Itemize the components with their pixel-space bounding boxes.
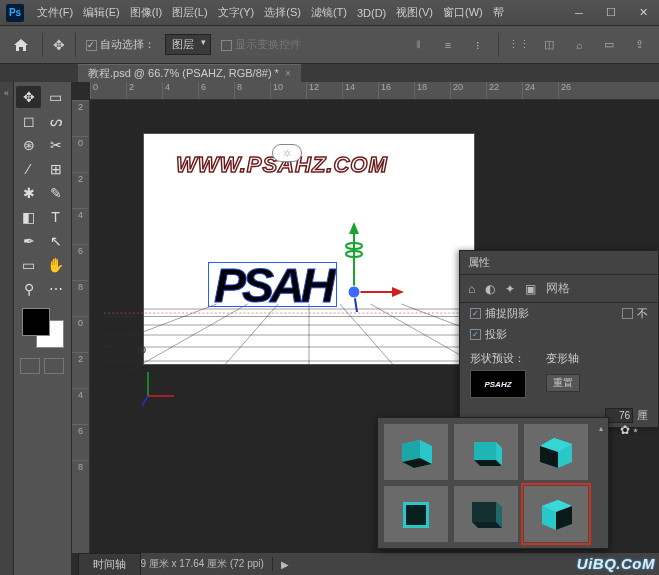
divider <box>75 33 76 57</box>
eyedropper-tool[interactable]: ⁄ <box>16 158 41 180</box>
zoom-tool[interactable]: ⚲ <box>16 278 41 300</box>
svg-line-9 <box>340 304 402 374</box>
screenmode-1[interactable] <box>20 358 40 374</box>
menu-select[interactable]: 选择(S) <box>259 5 306 20</box>
value-field-76[interactable] <box>605 408 633 423</box>
move-tool[interactable]: ✥ <box>16 86 41 108</box>
more-tool[interactable]: ⋯ <box>43 278 68 300</box>
menu-type[interactable]: 文字(Y) <box>213 5 260 20</box>
ruler-vertical[interactable]: 20246802468 <box>72 100 90 553</box>
prop-icon-light[interactable]: ◐ <box>485 282 495 296</box>
preset-cube-4[interactable] <box>384 486 448 542</box>
menu-image[interactable]: 图像(I) <box>125 5 167 20</box>
document-canvas[interactable]: WWW.PSAHZ.COM <box>144 134 474 364</box>
search-icon[interactable]: ⌕ <box>569 35 589 55</box>
home-button[interactable] <box>10 34 32 56</box>
catch-shadow-label: 捕捉阴影 <box>485 306 529 321</box>
prop-mesh-label: 网格 <box>546 280 570 297</box>
screenmode-2[interactable] <box>44 358 64 374</box>
preset-cube-5[interactable] <box>454 486 518 542</box>
menu-view[interactable]: 视图(V) <box>391 5 438 20</box>
preset-cube-6-selected[interactable] <box>524 486 588 542</box>
secondary-view-origin[interactable]: ⊕ <box>136 342 147 357</box>
menu-help[interactable]: 帮 <box>488 5 509 20</box>
scrollbar[interactable]: ▴ <box>596 424 606 542</box>
align-mid-icon[interactable]: ≡ <box>438 35 458 55</box>
move-tool-icon: ✥ <box>53 37 65 53</box>
options-bar: ✥ 自动选择： 图层 显示变换控件 ⫴ ≡ ⫶ ⋮⋮ ◫ ⌕ ▭ ⇪ <box>0 26 659 64</box>
reset-button[interactable]: 重置 <box>546 374 580 392</box>
fg-color[interactable] <box>22 308 50 336</box>
marquee-tool[interactable]: ◻ <box>16 110 41 132</box>
preset-cube-3[interactable] <box>524 424 588 480</box>
value-unit: 厘 <box>637 408 648 423</box>
close-button[interactable]: ✕ <box>633 5 653 21</box>
autoselect-target[interactable]: 图层 <box>165 34 211 55</box>
app-icon: Ps <box>6 4 24 22</box>
preset-cube-1[interactable] <box>384 424 448 480</box>
3dmode-icon[interactable]: ◫ <box>539 35 559 55</box>
svg-marker-37 <box>472 502 496 522</box>
divider <box>498 33 499 57</box>
distribute-icon[interactable]: ⋮⋮ <box>509 35 529 55</box>
prop-icon-home[interactable]: ⌂ <box>468 282 475 296</box>
document-tab[interactable]: 教程.psd @ 66.7% (PSAHZ, RGB/8#) * × <box>78 64 301 82</box>
svg-line-7 <box>217 304 279 374</box>
preset-cube-2[interactable] <box>454 424 518 480</box>
svg-marker-29 <box>474 442 496 460</box>
close-tab-icon[interactable]: × <box>285 68 291 79</box>
artboard-tool[interactable]: ▭ <box>43 86 68 108</box>
workspace-icon[interactable]: ▭ <box>599 35 619 55</box>
minimize-button[interactable]: ─ <box>569 5 589 21</box>
align-bot-icon[interactable]: ⫶ <box>468 35 488 55</box>
show-transform-check[interactable]: 显示变换控件 <box>221 37 301 52</box>
3d-axis-widget[interactable] <box>324 222 404 314</box>
tab-timeline[interactable]: 时间轴 <box>78 553 141 575</box>
maximize-button[interactable]: ☐ <box>601 5 621 21</box>
svg-rect-35 <box>406 505 426 525</box>
view-indicator[interactable]: ✲ <box>272 144 302 162</box>
shape-tool[interactable]: ▭ <box>16 254 41 276</box>
prop-icon-cube[interactable]: ▣ <box>525 282 536 296</box>
divider <box>42 33 43 57</box>
brush-tool[interactable]: ✎ <box>43 182 68 204</box>
prop-icon-fx[interactable]: ✦ <box>505 282 515 296</box>
timeline-bar: 时间轴 <box>0 553 659 575</box>
menu-edit[interactable]: 编辑(E) <box>78 5 125 20</box>
document-tab-row: 教程.psd @ 66.7% (PSAHZ, RGB/8#) * × <box>0 64 659 82</box>
align-top-icon[interactable]: ⫴ <box>408 35 428 55</box>
quickselect-tool[interactable]: ⊛ <box>16 134 41 156</box>
site-watermark: UiBQ.CoM <box>577 555 655 572</box>
menu-3d[interactable]: 3D(D) <box>352 7 391 19</box>
gear-icon[interactable]: ✿﹡ <box>620 422 642 439</box>
left-strip: « <box>0 82 14 575</box>
bu-label: 不 <box>637 306 648 321</box>
shape-preset-thumb[interactable]: PSAHZ <box>470 370 526 398</box>
menu-window[interactable]: 窗口(W) <box>438 5 488 20</box>
bucket-tool[interactable]: ◧ <box>16 206 41 228</box>
bu-check[interactable]: ✓ <box>622 308 633 319</box>
lasso-tool[interactable]: ᔕ <box>43 110 68 132</box>
type-tool[interactable]: T <box>43 206 68 228</box>
menu-layer[interactable]: 图层(L) <box>167 5 212 20</box>
ruler-horizontal[interactable]: 02468101214161820222426 <box>90 82 659 100</box>
collapse-strip-icon[interactable]: « <box>0 88 13 98</box>
heal-tool[interactable]: ✱ <box>16 182 41 204</box>
autoselect-check[interactable]: 自动选择： <box>86 37 155 52</box>
properties-panel: 属性 ⌂ ◐ ✦ ▣ 网格 ✓ 捕捉阴影 ✓ 不 ✓ 投影 形状预设： PSAH… <box>459 250 659 428</box>
frame-tool[interactable]: ⊞ <box>43 158 68 180</box>
text-3d-layer[interactable]: PSAH <box>214 258 331 313</box>
path-tool[interactable]: ↖ <box>43 230 68 252</box>
document-tab-title: 教程.psd @ 66.7% (PSAHZ, RGB/8#) * <box>88 66 279 81</box>
crop-tool[interactable]: ✂ <box>43 134 68 156</box>
svg-point-21 <box>348 286 360 298</box>
cast-shadow-check[interactable]: ✓ <box>470 329 481 340</box>
menu-file[interactable]: 文件(F) <box>32 5 78 20</box>
color-swatch[interactable] <box>22 308 64 348</box>
catch-shadow-check[interactable]: ✓ <box>470 308 481 319</box>
pen-tool[interactable]: ✒ <box>16 230 41 252</box>
share-icon[interactable]: ⇪ <box>629 35 649 55</box>
hand-tool[interactable]: ✋ <box>43 254 68 276</box>
menu-filter[interactable]: 滤镜(T) <box>306 5 352 20</box>
svg-marker-19 <box>392 287 404 297</box>
